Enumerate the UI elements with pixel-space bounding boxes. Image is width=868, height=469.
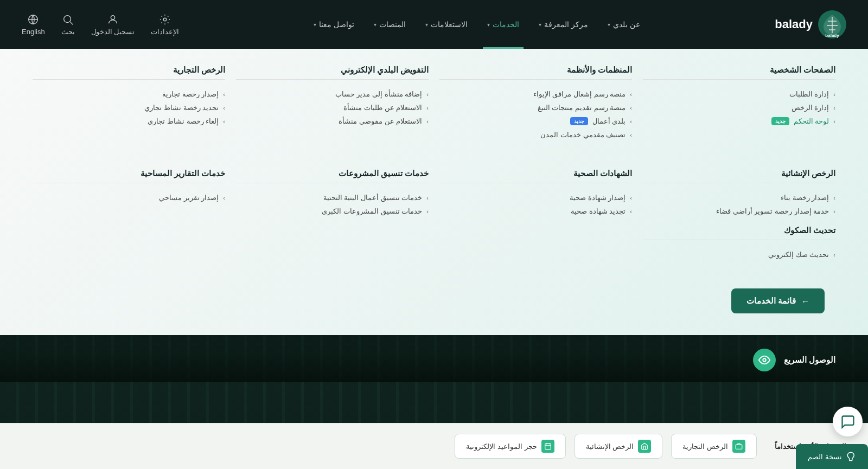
chevron-right-icon: › xyxy=(833,118,835,125)
link-cancel-commercial[interactable]: › إلغاء رخصة نشاط تجاري xyxy=(33,114,225,128)
chevron-down-icon: ▾ xyxy=(314,22,316,28)
chevron-right-icon: › xyxy=(223,105,225,111)
page-background: balady balady عن بلدي ▾ مركز المعرفة ▾ ا… xyxy=(0,0,868,469)
link-issue-health[interactable]: › إصدار شهادة صحية xyxy=(439,191,632,204)
dropdown-col-construction: الرخص الإنشائية › إصدار رخصة بناء › خدمة… xyxy=(643,169,835,261)
chevron-right-icon: › xyxy=(223,91,225,98)
chevron-right-icon: › xyxy=(630,195,632,201)
link-large-projects[interactable]: › خدمات تنسيق المشروعات الكبرى xyxy=(236,204,429,218)
logo-text: balady xyxy=(775,17,813,31)
quick-access-button[interactable] xyxy=(753,349,776,371)
nav-about[interactable]: عن بلدي ▾ xyxy=(598,0,650,49)
col-title-health: الشهادات الصحية xyxy=(439,169,632,183)
link-infra-coord[interactable]: › خدمات تنسيق أعمال البنية التحتية xyxy=(236,191,429,204)
deaf-version-button[interactable]: نسخة الصم xyxy=(796,444,868,469)
link-land-survey[interactable]: › خدمة إصدار رخصة تسوير أراضي فضاء xyxy=(643,204,835,218)
services-list-button[interactable]: ← قائمة الخدمات xyxy=(731,288,825,313)
logo[interactable]: balady balady xyxy=(775,10,846,38)
nav-contact[interactable]: تواصل معنا ▾ xyxy=(304,0,364,49)
link-update-deed[interactable]: › تحديث صك إلكتروني xyxy=(643,248,835,261)
commercial-tag-icon xyxy=(732,440,745,453)
badge-new: جديد xyxy=(771,117,789,125)
chevron-down-icon: ▾ xyxy=(539,22,541,28)
svg-point-4 xyxy=(64,15,71,22)
products-bar: المنتجات الأكثر استخداماً الرخص التجارية… xyxy=(0,423,868,469)
product-tag-construction[interactable]: الرخص الإنشائية xyxy=(575,434,663,459)
svg-rect-16 xyxy=(545,444,551,449)
nav-knowledge[interactable]: مركز المعرفة ▾ xyxy=(529,0,598,49)
dropdown-col-personal: الصفحات الشخصية › إدارة الطلبات › إدارة … xyxy=(643,65,835,142)
chevron-down-icon: ▾ xyxy=(608,22,610,28)
chevron-right-icon: › xyxy=(630,105,632,111)
dropdown-grid: الصفحات الشخصية › إدارة الطلبات › إدارة … xyxy=(33,65,835,272)
link-manage-requests[interactable]: › إدارة الطلبات xyxy=(643,87,835,101)
construction-tag-icon xyxy=(638,440,651,453)
chevron-down-icon: ▾ xyxy=(487,22,490,28)
chevron-right-icon: › xyxy=(426,118,429,125)
svg-point-3 xyxy=(111,15,114,19)
product-tag-commercial[interactable]: الرخص التجارية xyxy=(671,434,757,459)
nav-services[interactable]: الخدمات ▾ xyxy=(477,0,529,49)
link-renew-health[interactable]: › تجديد شهادة صحية xyxy=(439,204,632,218)
chat-support-button[interactable] xyxy=(833,407,863,436)
col-title-deeds: تحديث الصكوك xyxy=(643,226,835,240)
link-issue-survey[interactable]: › إصدار تقرير مساحي xyxy=(33,191,225,204)
col-title-personal: الصفحات الشخصية xyxy=(643,65,835,80)
chevron-right-icon: › xyxy=(630,132,632,138)
nav-platforms[interactable]: المنصات ▾ xyxy=(364,0,416,49)
col-title-auth: التفويض البلدي الإلكتروني xyxy=(236,65,429,80)
link-control-panel[interactable]: › لوحة التحكم جديد xyxy=(643,114,835,128)
chevron-down-icon: ▾ xyxy=(374,22,376,28)
dropdown-col-survey: خدمات التقارير المساحية › إصدار تقرير مس… xyxy=(33,169,225,261)
arrow-left-icon: ← xyxy=(801,297,809,306)
col-title-construction: الرخص الإنشائية xyxy=(643,169,835,183)
col-title-survey: خدمات التقارير المساحية xyxy=(33,169,225,183)
svg-point-14 xyxy=(763,358,766,362)
login-button[interactable]: تسجيل الدخول xyxy=(91,14,135,36)
svg-line-5 xyxy=(70,22,73,24)
chevron-right-icon: › xyxy=(426,195,429,201)
link-add-facility[interactable]: › إضافة منشأة إلى مدير حساب xyxy=(236,87,429,101)
chevron-right-icon: › xyxy=(833,195,835,201)
chevron-right-icon: › xyxy=(223,195,225,201)
link-shelter-platform[interactable]: › منصة رسم إشغال مرافق الإيواء xyxy=(439,87,632,101)
dropdown-col-projects: خدمات تنسيق المشروعات › خدمات تنسيق أعما… xyxy=(236,169,429,261)
link-inquire-requests[interactable]: › الاستعلام عن طلبات منشأة xyxy=(236,101,429,114)
chevron-right-icon: › xyxy=(630,208,632,215)
chevron-right-icon: › xyxy=(630,91,632,98)
svg-rect-15 xyxy=(736,445,742,449)
chevron-right-icon: › xyxy=(426,91,429,98)
quick-access-label: الوصول السريع xyxy=(784,355,835,365)
appointments-tag-icon xyxy=(541,440,554,453)
svg-point-2 xyxy=(164,18,167,21)
services-dropdown: الصفحات الشخصية › إدارة الطلبات › إدارة … xyxy=(0,49,868,335)
nav-inquiries[interactable]: الاستعلامات ▾ xyxy=(416,0,477,49)
search-button[interactable]: بحث xyxy=(61,14,75,36)
link-balady-business[interactable]: › بلدي أعمال جديد xyxy=(439,114,632,128)
chevron-right-icon: › xyxy=(833,105,835,111)
header: balady balady عن بلدي ▾ مركز المعرفة ▾ ا… xyxy=(0,0,868,49)
chevron-right-icon: › xyxy=(833,252,835,258)
link-issue-construction[interactable]: › إصدار رخصة بناء xyxy=(643,191,835,204)
dropdown-col-organizations: المنظمات والأنظمة › منصة رسم إشغال مرافق… xyxy=(439,65,632,142)
link-manage-licenses[interactable]: › إدارة الرخص xyxy=(643,101,835,114)
link-city-services[interactable]: › تصنيف مقدمي خدمات المدن xyxy=(439,128,632,142)
product-tag-appointments[interactable]: حجز المواعيد الإلكترونية xyxy=(455,434,565,459)
chevron-right-icon: › xyxy=(833,91,835,98)
dropdown-col-health: الشهادات الصحية › إصدار شهادة صحية › تجد… xyxy=(439,169,632,261)
col-title-projects: خدمات تنسيق المشروعات xyxy=(236,169,429,183)
main-nav: عن بلدي ▾ مركز المعرفة ▾ الخدمات ▾ الاست… xyxy=(304,0,650,49)
link-renew-commercial[interactable]: › تجديد رخصة نشاط تجاري xyxy=(33,101,225,114)
chevron-right-icon: › xyxy=(630,118,632,125)
chevron-right-icon: › xyxy=(426,105,429,111)
settings-button[interactable]: الإعدادات xyxy=(151,14,179,36)
english-button[interactable]: English xyxy=(22,14,45,36)
svg-text:balady: balady xyxy=(825,33,839,38)
col-title-organizations: المنظمات والأنظمة xyxy=(439,65,632,80)
header-utilities: الإعدادات تسجيل الدخول بحث English xyxy=(22,14,179,36)
chevron-right-icon: › xyxy=(223,118,225,125)
link-products-platform[interactable]: › منصة رسم تقديم منتجات التبغ xyxy=(439,101,632,114)
chevron-down-icon: ▾ xyxy=(425,22,428,28)
link-inquire-delegate[interactable]: › الاستعلام عن مفوضي منشأة xyxy=(236,114,429,128)
link-issue-commercial[interactable]: › إصدار رخصة تجارية xyxy=(33,87,225,101)
